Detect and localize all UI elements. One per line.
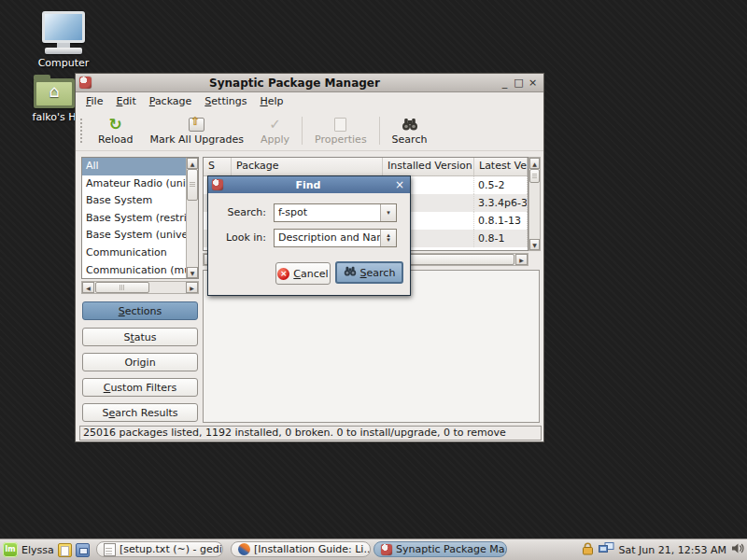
mark-all-upgrades-button[interactable]: ⇧ Mark All Upgrades: [141, 116, 252, 147]
search-input[interactable]: f-spot: [275, 204, 380, 221]
scroll-up-icon[interactable]: ▲: [529, 158, 540, 169]
synaptic-app-icon: [79, 77, 92, 89]
minimize-button[interactable]: _: [498, 75, 512, 91]
cell-latest: 0.8-1: [474, 230, 528, 247]
properties-label: Properties: [315, 133, 367, 146]
scroll-right-icon[interactable]: ▶: [186, 282, 198, 293]
window-titlebar[interactable]: Synaptic Package Manager _ □ ×: [76, 74, 543, 92]
search-toolbar-button[interactable]: Search: [384, 116, 436, 147]
category-item[interactable]: Communication (mult: [82, 262, 186, 279]
scroll-down-icon[interactable]: ▼: [187, 267, 198, 278]
dialog-titlebar[interactable]: Find ×: [208, 176, 410, 193]
column-header-s[interactable]: S: [204, 158, 232, 175]
reload-label: Reload: [98, 133, 133, 146]
system-tray: Sat Jun 21, 12:53 AM: [582, 539, 744, 560]
table-header: S Package Installed Version Latest Ver: [204, 158, 528, 176]
toolbar-separator: [379, 117, 380, 145]
clock[interactable]: Sat Jun 21, 12:53 AM: [619, 544, 726, 556]
reload-icon: ↻: [109, 117, 122, 133]
scroll-thumb[interactable]: [529, 169, 540, 183]
category-item[interactable]: Base System (univers: [82, 227, 186, 245]
dialog-title: Find: [223, 179, 393, 191]
binoculars-icon: [402, 117, 418, 133]
category-item[interactable]: Communication: [82, 245, 186, 262]
desktop: Computer ⌂ falko's H Synaptic Package Ma…: [0, 0, 747, 560]
mark-all-upgrades-iconwrap: ⇧: [189, 117, 204, 133]
close-button[interactable]: ×: [526, 75, 540, 91]
mint-menu-icon[interactable]: lm: [3, 542, 18, 557]
cell-latest: 3.3.4p6-3.: [474, 194, 528, 212]
synaptic-app-icon: [381, 544, 392, 555]
lookin-combobox[interactable]: Description and Name ▴▾: [274, 229, 397, 247]
cell-latest: 0.5-2: [474, 176, 528, 194]
menu-help[interactable]: Help: [253, 92, 289, 111]
task-gedit[interactable]: [setup.txt (~) - gedit]: [96, 541, 223, 557]
task-browser[interactable]: [Installation Guide: Li...: [231, 541, 371, 557]
category-hscrollbar[interactable]: ◀ ▶: [81, 281, 199, 294]
column-header-package[interactable]: Package: [232, 158, 383, 175]
scroll-thumb[interactable]: [187, 169, 198, 201]
network-monitors-icon[interactable]: [599, 542, 614, 557]
column-header-latest-version[interactable]: Latest Ver: [474, 158, 528, 175]
filter-button-origin[interactable]: Origin: [82, 353, 198, 371]
table-scrollbar[interactable]: ▲ ▼: [529, 157, 541, 251]
category-item[interactable]: Base System (restrict: [82, 210, 186, 228]
filter-button-status[interactable]: Status: [82, 328, 198, 346]
chevron-down-icon: ▾: [387, 211, 390, 216]
apply-button[interactable]: ✓ Apply: [252, 116, 298, 147]
volume-icon[interactable]: [731, 542, 744, 557]
toolbar-grip[interactable]: [80, 119, 87, 143]
filter-button-sections[interactable]: Sections: [82, 301, 198, 320]
lock-icon[interactable]: [582, 542, 594, 558]
window-title: Synaptic Package Manager: [92, 77, 498, 90]
desktop-icon-computer-label: Computer: [34, 57, 93, 69]
home-glyph-icon: ⌂: [34, 81, 75, 101]
reload-button[interactable]: ↻ Reload: [90, 116, 141, 147]
upgrade-box-icon: ⇧: [189, 118, 204, 132]
category-scrollbar[interactable]: ▲ ▼: [186, 158, 198, 278]
cancel-button[interactable]: × Cancel: [275, 262, 331, 285]
lookin-field-label: Look in:: [216, 229, 266, 247]
properties-button[interactable]: Properties: [306, 116, 375, 147]
category-list: All Amateur Radio (unive Base System Bas…: [81, 157, 199, 279]
taskbar-left: lm Elyssa: [3, 539, 90, 560]
binoculars-icon: [344, 266, 357, 279]
dialog-search-label: Search: [360, 267, 396, 279]
taskbar: lm Elyssa [setup.txt (~) - gedit] [Insta…: [0, 539, 747, 560]
cancel-x-icon: ×: [277, 268, 289, 280]
menu-edit[interactable]: Edit: [109, 92, 142, 111]
filter-button-search-results[interactable]: Search Results: [82, 403, 198, 422]
search-dropdown-button[interactable]: ▾: [380, 204, 396, 221]
scroll-left-icon[interactable]: ◀: [82, 282, 94, 293]
desktop-icon-computer[interactable]: Computer: [34, 11, 93, 69]
task-browser-label: [Installation Guide: Li...: [254, 543, 371, 555]
category-item[interactable]: Amateur Radio (unive: [82, 175, 186, 193]
category-item-all[interactable]: All: [82, 158, 186, 175]
scroll-up-icon[interactable]: ▲: [187, 158, 198, 169]
maximize-button[interactable]: □: [512, 75, 526, 91]
find-dialog: Find × Search: f-spot ▾ Look in: Descrip…: [207, 175, 411, 296]
menu-settings[interactable]: Settings: [198, 92, 253, 111]
category-item[interactable]: Base System: [82, 192, 186, 210]
mint-menu-label[interactable]: Elyssa: [21, 544, 54, 556]
task-gedit-label: [setup.txt (~) - gedit]: [120, 543, 223, 555]
menu-file[interactable]: File: [79, 92, 109, 111]
search-combo-entry[interactable]: f-spot ▾: [274, 203, 397, 222]
scroll-down-icon[interactable]: ▼: [529, 239, 540, 250]
column-header-installed-version[interactable]: Installed Version: [383, 158, 474, 175]
dialog-search-button[interactable]: Search: [335, 261, 403, 284]
scroll-thumb[interactable]: [95, 282, 149, 293]
spinner-down-icon: ▾: [387, 238, 390, 243]
scroll-right-icon[interactable]: ▶: [515, 254, 528, 265]
filter-button-custom-filters[interactable]: Custom Filters: [82, 378, 198, 397]
dialog-close-icon[interactable]: ×: [393, 178, 406, 191]
lookin-spinner-button[interactable]: ▴▾: [380, 230, 396, 246]
menu-package[interactable]: Package: [143, 92, 199, 111]
status-bar: 25016 packages listed, 1192 installed, 0…: [79, 426, 542, 441]
apply-check-icon: ✓: [269, 117, 281, 133]
task-synaptic[interactable]: Synaptic Package Ma...: [374, 541, 507, 557]
mark-all-upgrades-label: Mark All Upgrades: [149, 133, 244, 146]
text-editor-launcher-icon[interactable]: [58, 543, 72, 557]
category-rows: All Amateur Radio (unive Base System Bas…: [82, 158, 186, 278]
show-desktop-icon[interactable]: [76, 543, 90, 557]
